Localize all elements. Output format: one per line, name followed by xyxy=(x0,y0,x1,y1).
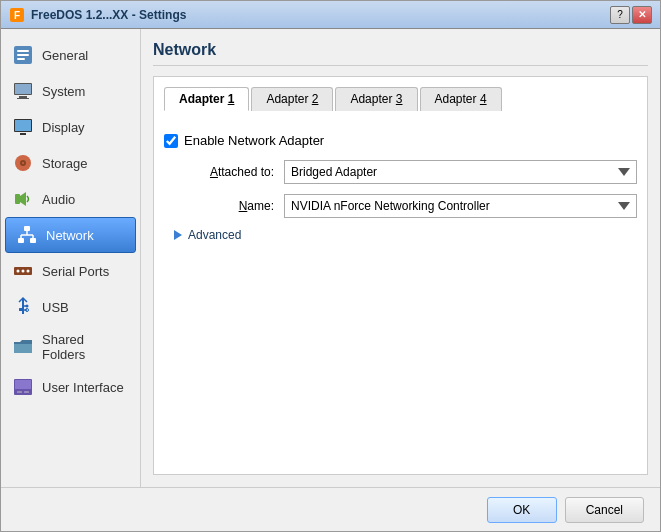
sidebar-item-display[interactable]: Display xyxy=(1,109,140,145)
sidebar-label-serial-ports: Serial Ports xyxy=(42,264,109,279)
sidebar-item-serial-ports[interactable]: Serial Ports xyxy=(1,253,140,289)
sidebar-item-system[interactable]: System xyxy=(1,73,140,109)
sidebar-label-storage: Storage xyxy=(42,156,88,171)
ok-button[interactable]: OK xyxy=(487,497,557,523)
svg-rect-7 xyxy=(15,84,31,94)
close-button[interactable]: ✕ xyxy=(632,6,652,24)
name-row: Name: NVIDIA nForce Networking Controlle… xyxy=(164,194,637,218)
svg-rect-5 xyxy=(17,58,25,60)
window-body: General System xyxy=(1,29,660,487)
sidebar-item-general[interactable]: General xyxy=(1,37,140,73)
svg-point-32 xyxy=(26,305,29,308)
tabs-container: Adapter 1 Adapter 2 Adapter 3 Adapter 4 xyxy=(164,87,637,111)
svg-text:F: F xyxy=(14,10,20,21)
user-interface-icon xyxy=(12,376,34,398)
shared-folders-icon xyxy=(12,336,34,358)
sidebar-label-general: General xyxy=(42,48,88,63)
tab-adapter3[interactable]: Adapter 3 xyxy=(335,87,417,111)
enable-adapter-row: Enable Network Adapter xyxy=(164,133,637,148)
svg-point-27 xyxy=(27,270,30,273)
audio-icon xyxy=(12,188,34,210)
svg-rect-17 xyxy=(24,226,30,231)
sidebar: General System xyxy=(1,29,141,487)
storage-icon xyxy=(12,152,34,174)
advanced-row[interactable]: Advanced xyxy=(174,228,637,242)
content-panel: Adapter 1 Adapter 2 Adapter 3 Adapter 4 xyxy=(153,76,648,475)
title-bar-icon: F xyxy=(9,7,25,23)
svg-rect-35 xyxy=(17,391,22,393)
settings-window: F FreeDOS 1.2...XX - Settings ? ✕ G xyxy=(0,0,661,532)
general-icon xyxy=(12,44,34,66)
section-title: Network xyxy=(153,41,648,66)
attached-to-select[interactable]: Bridged Adapter NAT NAT Network Host-onl… xyxy=(284,160,637,184)
tab-adapter4[interactable]: Adapter 4 xyxy=(420,87,502,111)
footer: OK Cancel xyxy=(1,487,660,531)
svg-rect-4 xyxy=(17,54,29,56)
sidebar-label-user-interface: User Interface xyxy=(42,380,124,395)
sidebar-item-usb[interactable]: USB xyxy=(1,289,140,325)
sidebar-label-system: System xyxy=(42,84,85,99)
sidebar-item-network[interactable]: Network xyxy=(5,217,136,253)
tab-adapter2[interactable]: Adapter 2 xyxy=(251,87,333,111)
title-bar-buttons: ? ✕ xyxy=(610,6,652,24)
svg-rect-16 xyxy=(15,194,20,204)
name-select[interactable]: NVIDIA nForce Networking Controller xyxy=(284,194,637,218)
svg-rect-19 xyxy=(30,238,36,243)
advanced-label: Advanced xyxy=(188,228,241,242)
svg-point-26 xyxy=(22,270,25,273)
attached-to-label: Attached to: xyxy=(164,165,274,179)
svg-rect-34 xyxy=(15,380,31,389)
svg-rect-11 xyxy=(15,120,31,131)
tab-adapter1[interactable]: Adapter 1 xyxy=(164,87,249,111)
tab-content: Enable Network Adapter Attached to: Brid… xyxy=(164,123,637,252)
help-button[interactable]: ? xyxy=(610,6,630,24)
title-bar: F FreeDOS 1.2...XX - Settings ? ✕ xyxy=(1,1,660,29)
sidebar-item-shared-folders[interactable]: Shared Folders xyxy=(1,325,140,369)
main-content: Network Adapter 1 Adapter 2 Adapter 3 Ad… xyxy=(141,29,660,487)
serial-ports-icon xyxy=(12,260,34,282)
title-bar-title: FreeDOS 1.2...XX - Settings xyxy=(31,8,610,22)
usb-icon xyxy=(12,296,34,318)
sidebar-label-network: Network xyxy=(46,228,94,243)
sidebar-item-user-interface[interactable]: User Interface xyxy=(1,369,140,405)
network-icon xyxy=(16,224,38,246)
sidebar-label-shared-folders: Shared Folders xyxy=(42,332,129,362)
svg-point-15 xyxy=(22,162,24,164)
svg-rect-36 xyxy=(24,391,29,393)
svg-rect-18 xyxy=(18,238,24,243)
attached-to-row: Attached to: Bridged Adapter NAT NAT Net… xyxy=(164,160,637,184)
sidebar-label-audio: Audio xyxy=(42,192,75,207)
svg-point-25 xyxy=(17,270,20,273)
display-icon xyxy=(12,116,34,138)
cancel-button[interactable]: Cancel xyxy=(565,497,644,523)
sidebar-label-usb: USB xyxy=(42,300,69,315)
system-icon xyxy=(12,80,34,102)
svg-rect-8 xyxy=(19,96,27,98)
svg-rect-28 xyxy=(19,308,23,311)
svg-rect-12 xyxy=(20,133,26,135)
sidebar-item-storage[interactable]: Storage xyxy=(1,145,140,181)
name-label: Name: xyxy=(164,199,274,213)
svg-rect-3 xyxy=(17,50,29,52)
advanced-triangle-icon xyxy=(174,230,182,240)
sidebar-item-audio[interactable]: Audio xyxy=(1,181,140,217)
sidebar-label-display: Display xyxy=(42,120,85,135)
enable-adapter-label: Enable Network Adapter xyxy=(184,133,324,148)
svg-rect-9 xyxy=(17,98,29,99)
enable-adapter-checkbox[interactable] xyxy=(164,134,178,148)
